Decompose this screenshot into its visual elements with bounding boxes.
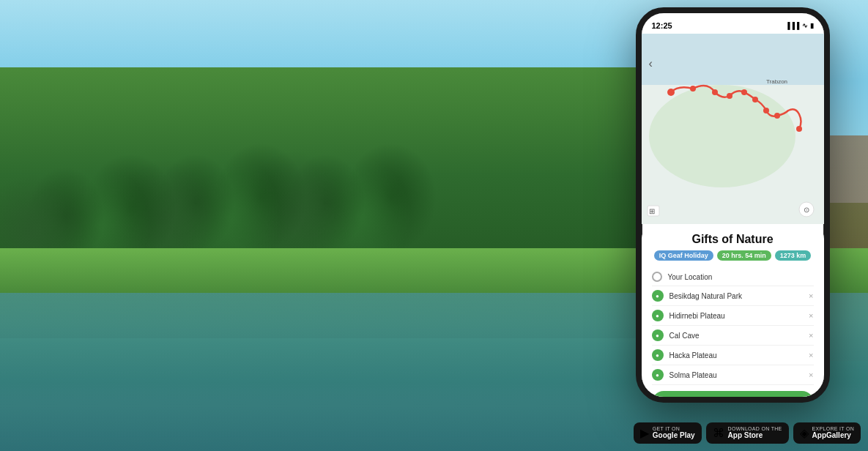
location-item-0: Your Location: [652, 268, 814, 286]
tour-badges: IQ Geaf Holiday 20 hrs. 54 min 1273 km: [652, 250, 814, 261]
phone-wrapper: 12:25 ▐▐▐ ∿ ▮: [619, 7, 846, 436]
start-button[interactable]: START: [652, 391, 814, 397]
svg-point-11: [796, 126, 802, 132]
location-name-4: Hacka Plateau: [669, 351, 804, 359]
battery-icon: ▮: [810, 22, 814, 29]
app-gallery-icon: ◈: [800, 426, 809, 440]
phone: 12:25 ▐▐▐ ∿ ▮: [636, 7, 830, 403]
location-icon-2: ●: [652, 310, 664, 321]
location-name-2: Hidirnebi Plateau: [669, 312, 804, 320]
location-close-1[interactable]: ×: [809, 291, 813, 300]
status-time: 12:25: [652, 21, 672, 30]
svg-text:Trabzon: Trabzon: [766, 78, 787, 85]
app-store-badge[interactable]: ⌘ Download on the App Store: [706, 422, 789, 444]
app-gallery-name: AppGallery: [812, 431, 854, 440]
location-item-3: ● Cal Cave ×: [652, 326, 814, 346]
google-play-sub: GET IT ON: [653, 426, 695, 431]
location-item-1: ● Besikdag Natural Park ×: [652, 286, 814, 306]
location-icon-1: ●: [652, 290, 664, 302]
location-icon-4: ●: [652, 349, 664, 361]
location-name-3: Cal Cave: [669, 332, 804, 340]
app-store-icon: ⌘: [713, 426, 724, 440]
tour-title: Gifts of Nature: [652, 233, 814, 246]
badge-company: IQ Geaf Holiday: [654, 250, 713, 261]
google-play-icon: ▶: [640, 426, 649, 440]
map-route-svg: Trabzon ⊙ ⊞: [642, 34, 824, 224]
app-store-sub: Download on the: [728, 426, 782, 431]
signal-icon: ▐▐▐: [785, 22, 799, 29]
svg-point-9: [763, 108, 769, 113]
svg-point-2: [649, 85, 795, 187]
svg-point-6: [727, 93, 732, 99]
app-content: Gifts of Nature IQ Geaf Holiday 20 hrs. …: [642, 224, 824, 397]
map-section: Trabzon ⊙ ⊞ ‹: [642, 34, 824, 224]
svg-rect-1: [642, 34, 824, 85]
wifi-icon: ∿: [802, 22, 808, 29]
location-icon-5: ●: [652, 369, 664, 381]
location-icon-3: ●: [652, 329, 664, 341]
location-list: Your Location ● Besikdag Natural Park × …: [652, 268, 814, 385]
status-icons: ▐▐▐ ∿ ▮: [785, 22, 813, 29]
location-name-0: Your Location: [668, 273, 814, 281]
back-button[interactable]: ‹: [649, 57, 653, 70]
app-store-name: App Store: [728, 431, 782, 440]
svg-point-5: [712, 89, 718, 95]
location-icon-0: [652, 272, 662, 282]
location-name-5: Solma Plateau: [669, 371, 804, 379]
svg-point-3: [667, 89, 675, 96]
svg-text:⊞: ⊞: [649, 207, 655, 215]
google-play-text: GET IT ON Google Play: [653, 426, 695, 440]
svg-text:⊙: ⊙: [804, 206, 809, 214]
svg-point-4: [690, 86, 696, 92]
app-gallery-text: EXPLORE IT ON AppGallery: [812, 426, 854, 440]
location-close-4[interactable]: ×: [809, 351, 813, 359]
store-badges-container: ▶ GET IT ON Google Play ⌘ Download on th…: [634, 422, 861, 444]
svg-point-10: [774, 113, 780, 119]
badge-distance: 1273 km: [775, 250, 812, 261]
google-play-badge[interactable]: ▶ GET IT ON Google Play: [634, 422, 702, 444]
location-item-5: ● Solma Plateau ×: [652, 365, 814, 385]
location-item-4: ● Hacka Plateau ×: [652, 346, 814, 365]
location-close-3[interactable]: ×: [809, 331, 813, 340]
badge-duration: 20 hrs. 54 min: [717, 250, 771, 261]
svg-point-7: [741, 89, 747, 95]
location-name-1: Besikdag Natural Park: [669, 292, 804, 300]
location-item-2: ● Hidirnebi Plateau ×: [652, 306, 814, 326]
location-close-5[interactable]: ×: [809, 370, 813, 379]
svg-point-8: [752, 97, 758, 102]
app-gallery-badge[interactable]: ◈ EXPLORE IT ON AppGallery: [793, 422, 861, 444]
app-gallery-sub: EXPLORE IT ON: [812, 426, 854, 431]
status-bar: 12:25 ▐▐▐ ∿ ▮: [642, 13, 824, 34]
app-store-text: Download on the App Store: [728, 426, 782, 440]
google-play-name: Google Play: [653, 431, 695, 440]
location-close-2[interactable]: ×: [809, 311, 813, 320]
